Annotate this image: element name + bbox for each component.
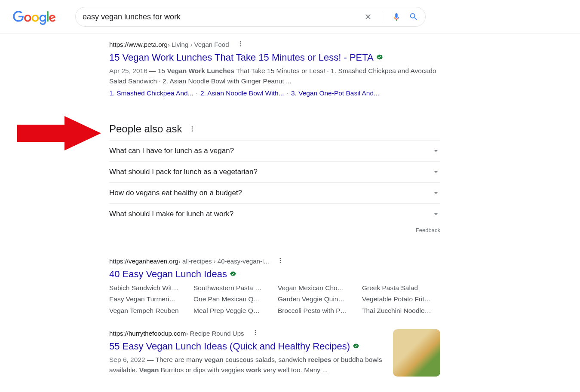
sitelink[interactable]: 3. Vegan One-Pot Basil And... bbox=[291, 89, 379, 97]
svg-point-10 bbox=[255, 330, 256, 331]
result-thumbnail[interactable] bbox=[393, 329, 440, 377]
svg-point-11 bbox=[255, 332, 256, 334]
paa-question[interactable]: What can I have for lunch as a vegan? bbox=[109, 140, 440, 161]
result-table: Sabich Sandwich Wit…Easy Vegan Turmeri…V… bbox=[109, 282, 440, 316]
result-snippet: Apr 25, 2016 — 15 Vegan Work Lunches Tha… bbox=[109, 66, 440, 87]
result-title[interactable]: 15 Vegan Work Lunches That Take 15 Minut… bbox=[109, 52, 440, 63]
svg-point-9 bbox=[280, 262, 281, 263]
chevron-down-icon bbox=[432, 147, 440, 155]
result-url[interactable]: https://veganheaven.org › all-recipes › … bbox=[109, 257, 440, 265]
svg-point-4 bbox=[192, 126, 193, 128]
chevron-down-icon bbox=[432, 189, 440, 197]
clear-icon[interactable] bbox=[364, 12, 372, 21]
svg-marker-0 bbox=[17, 116, 101, 150]
search-icon[interactable] bbox=[409, 12, 418, 21]
people-also-ask: People also ask What can I have for lunc… bbox=[109, 123, 440, 233]
result-item: https://www.peta.org › Living › Vegan Fo… bbox=[109, 40, 440, 97]
result-snippet: Sep 6, 2022 — There are many vegan cousc… bbox=[109, 355, 384, 376]
more-icon[interactable] bbox=[189, 123, 196, 135]
svg-point-8 bbox=[280, 260, 281, 261]
more-icon[interactable] bbox=[237, 40, 244, 49]
more-icon[interactable] bbox=[252, 329, 259, 337]
verified-badge-icon bbox=[376, 54, 383, 61]
annotation-arrow bbox=[9, 114, 103, 153]
result-title[interactable]: 55 Easy Vegan Lunch Ideas (Quick and Hea… bbox=[109, 341, 384, 352]
header bbox=[0, 0, 580, 34]
verified-badge-icon bbox=[353, 343, 359, 350]
svg-point-7 bbox=[280, 258, 281, 259]
sitelinks: 1. Smashed Chickpea And...·2. Asian Nood… bbox=[109, 89, 440, 97]
paa-question[interactable]: How do vegans eat healthy on a budget? bbox=[109, 182, 440, 203]
search-box[interactable] bbox=[75, 7, 426, 27]
result-title[interactable]: 40 Easy Vegan Lunch Ideas bbox=[109, 269, 440, 280]
paa-heading: People also ask bbox=[109, 123, 440, 135]
svg-point-2 bbox=[239, 43, 241, 45]
result-url[interactable]: https://hurrythefoodup.com › Recipe Roun… bbox=[109, 329, 384, 337]
result-url[interactable]: https://www.peta.org › Living › Vegan Fo… bbox=[109, 40, 440, 49]
more-icon[interactable] bbox=[277, 257, 284, 265]
google-logo[interactable] bbox=[13, 11, 56, 27]
mic-icon[interactable] bbox=[392, 12, 401, 21]
search-input[interactable] bbox=[83, 12, 364, 21]
chevron-down-icon bbox=[432, 168, 440, 176]
svg-point-3 bbox=[239, 45, 241, 46]
sitelink[interactable]: 2. Asian Noodle Bowl With... bbox=[200, 89, 284, 97]
results-area: https://www.peta.org › Living › Vegan Fo… bbox=[109, 34, 440, 377]
paa-question[interactable]: What should I pack for lunch as a vegeta… bbox=[109, 161, 440, 182]
svg-point-12 bbox=[255, 334, 256, 335]
result-item: https://veganheaven.org › all-recipes › … bbox=[109, 257, 440, 316]
sitelink[interactable]: 1. Smashed Chickpea And... bbox=[109, 89, 193, 97]
feedback-link[interactable]: Feedback bbox=[109, 227, 440, 233]
verified-badge-icon bbox=[230, 271, 236, 278]
svg-point-5 bbox=[192, 129, 193, 130]
chevron-down-icon bbox=[432, 210, 440, 218]
result-item: https://hurrythefoodup.com › Recipe Roun… bbox=[109, 329, 440, 377]
svg-point-6 bbox=[192, 130, 193, 132]
paa-question[interactable]: What should I make for lunch at work? bbox=[109, 203, 440, 224]
svg-point-1 bbox=[239, 41, 241, 43]
